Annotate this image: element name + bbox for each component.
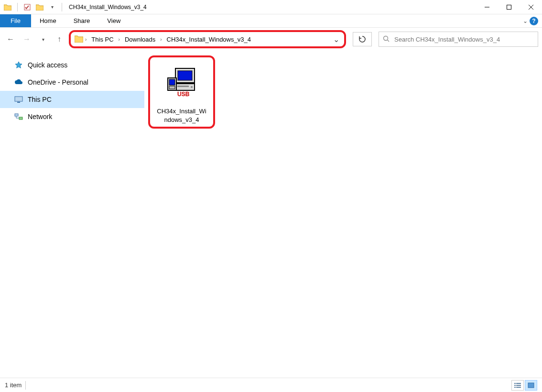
details-view-button[interactable] — [511, 380, 524, 391]
folder-small-icon[interactable] — [35, 2, 44, 12]
network-icon — [14, 112, 23, 121]
folder-icon — [3, 2, 12, 12]
ribbon-expand-icon[interactable]: ⌄ — [523, 18, 528, 24]
svg-rect-8 — [17, 102, 20, 103]
sidebar-item-onedrive[interactable]: OneDrive - Personal — [0, 74, 144, 91]
up-button[interactable]: ↑ — [53, 33, 66, 46]
svg-point-15 — [191, 86, 193, 88]
file-list-pane[interactable]: USB CH34x_Install_Wi ndows_v3_4 — [144, 51, 542, 378]
svg-rect-24 — [514, 387, 516, 388]
breadcrumb-segment[interactable]: Downloads — [122, 32, 158, 46]
chevron-right-icon[interactable]: › — [117, 37, 122, 42]
installer-usb-icon: USB — [158, 60, 206, 104]
refresh-button[interactable] — [353, 32, 372, 46]
svg-line-6 — [388, 40, 390, 42]
sidebar-item-label: This PC — [28, 96, 52, 103]
navigation-row: ← → ▾ ↑ › This PC › Downloads › CH34x_In… — [0, 28, 542, 51]
tab-file[interactable]: File — [0, 14, 31, 27]
svg-point-5 — [384, 36, 388, 40]
star-icon — [14, 61, 23, 69]
status-bar: 1 item — [0, 378, 542, 392]
back-button[interactable]: ← — [4, 33, 17, 46]
file-item[interactable]: USB CH34x_Install_Wi ndows_v3_4 — [148, 55, 215, 129]
file-name-line: CH34x_Install_Wi — [157, 107, 206, 116]
svg-rect-25 — [516, 387, 521, 388]
chevron-right-icon[interactable]: › — [83, 37, 88, 42]
properties-icon[interactable] — [22, 2, 32, 12]
search-icon — [383, 35, 390, 44]
svg-rect-20 — [514, 383, 516, 384]
separator — [62, 3, 62, 11]
help-icon[interactable]: ? — [530, 17, 538, 25]
maximize-button[interactable] — [498, 0, 520, 14]
search-box[interactable] — [379, 32, 538, 47]
address-bar[interactable]: › This PC › Downloads › CH34x_Install_Wi… — [69, 30, 346, 48]
svg-rect-7 — [15, 97, 22, 101]
computer-icon — [14, 95, 23, 104]
cloud-icon — [14, 78, 23, 87]
sidebar-item-quick-access[interactable]: Quick access — [0, 56, 144, 74]
sidebar-item-label: OneDrive - Personal — [28, 78, 88, 86]
svg-rect-17 — [169, 79, 175, 85]
breadcrumb-segment[interactable]: CH34x_Install_Windows_v3_4 — [164, 32, 254, 46]
sidebar-item-this-pc[interactable]: This PC — [0, 91, 144, 108]
svg-rect-12 — [178, 71, 192, 80]
qat-dropdown-icon[interactable]: ▾ — [47, 2, 57, 12]
svg-text:USB: USB — [177, 91, 190, 98]
separator — [25, 381, 26, 390]
folder-icon — [75, 35, 83, 44]
large-icons-view-button[interactable] — [525, 380, 537, 391]
svg-rect-21 — [516, 383, 521, 384]
sidebar-item-label: Quick access — [28, 61, 67, 69]
close-button[interactable] — [520, 0, 542, 14]
chevron-right-icon[interactable]: › — [158, 37, 163, 42]
file-name-line: ndows_v3_4 — [164, 116, 199, 124]
title-bar: ▾ CH34x_Install_Windows_v3_4 — [0, 0, 542, 14]
svg-rect-22 — [514, 385, 516, 386]
ribbon-tabs: File Home Share View ⌄ ? — [0, 14, 542, 28]
item-count: 1 item — [5, 381, 22, 389]
quick-access-toolbar: ▾ — [0, 2, 64, 12]
svg-rect-2 — [507, 5, 511, 9]
window-title: CH34x_Install_Windows_v3_4 — [69, 4, 147, 11]
sidebar-item-network[interactable]: Network — [0, 108, 144, 125]
explorer-body: Quick access OneDrive - Personal This PC… — [0, 51, 542, 378]
svg-rect-18 — [169, 86, 175, 89]
breadcrumb-segment[interactable]: This PC — [88, 32, 116, 46]
sidebar-item-label: Network — [28, 113, 52, 120]
svg-rect-23 — [516, 385, 521, 386]
tab-view[interactable]: View — [98, 14, 129, 27]
svg-rect-9 — [15, 114, 18, 116]
minimize-button[interactable] — [476, 0, 498, 14]
separator — [17, 3, 18, 11]
forward-button[interactable]: → — [20, 33, 33, 46]
recent-locations-icon[interactable]: ▾ — [36, 33, 50, 46]
navigation-pane: Quick access OneDrive - Personal This PC… — [0, 51, 144, 378]
tab-share[interactable]: Share — [65, 14, 99, 27]
svg-rect-26 — [528, 383, 534, 388]
svg-rect-10 — [19, 117, 22, 120]
search-input[interactable] — [394, 36, 534, 43]
tab-home[interactable]: Home — [31, 14, 65, 27]
svg-rect-14 — [177, 86, 189, 87]
address-dropdown-icon[interactable]: ⌄ — [330, 35, 342, 44]
